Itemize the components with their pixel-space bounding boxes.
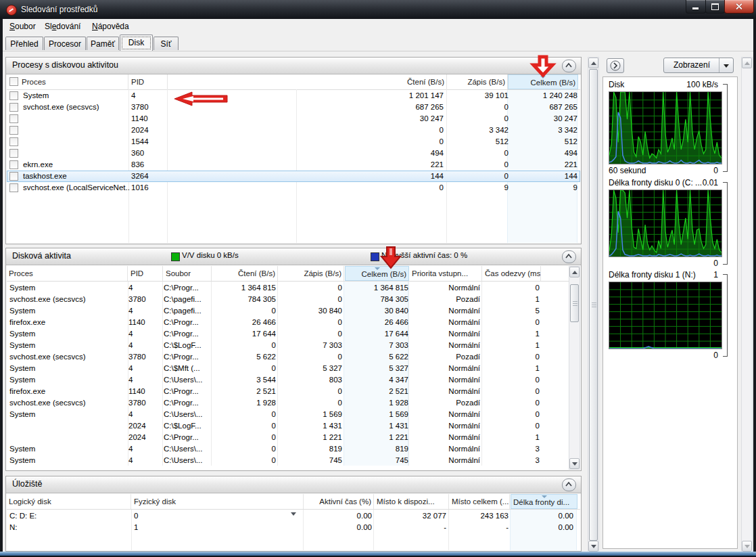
col-logicky-disk[interactable]: Logický disk xyxy=(7,494,131,509)
row-checkbox[interactable] xyxy=(9,172,18,181)
cell-logical-disk: C: D: E: xyxy=(9,510,131,522)
col-misto-k-dispozici[interactable]: Místo k dispozi... xyxy=(375,494,449,509)
col-fyzicky-disk[interactable]: Fyzický disk xyxy=(132,494,304,509)
collapse-button[interactable] xyxy=(562,250,576,263)
activity-row[interactable]: System4C:\$LogF...07 3037 303Normální1 xyxy=(7,340,568,351)
process-row[interactable]: svchost.exe (LocalServiceNet...1016099 xyxy=(7,182,580,194)
activity-row[interactable]: System4C:\Progr...1 364 81501 364 815Nor… xyxy=(7,282,568,294)
activity-row[interactable]: svchost.exe (secsvcs)3780C:\Progr...1 92… xyxy=(7,397,568,409)
row-checkbox[interactable] xyxy=(9,160,18,169)
process-row[interactable]: 3604940494 xyxy=(7,148,580,159)
scroll-down-button[interactable] xyxy=(742,541,752,552)
cell-process: firefox.exe xyxy=(9,386,126,397)
row-checkbox[interactable] xyxy=(9,149,18,158)
cell-write: 0 xyxy=(448,102,509,113)
storage-row[interactable]: N:10.00--0.00 xyxy=(7,522,580,533)
main-scrollbar[interactable] xyxy=(588,57,599,552)
title-bar[interactable]: Sledování prostředků xyxy=(0,0,756,19)
menu-napoveda[interactable]: Nápověda xyxy=(88,20,133,32)
minimize-button[interactable] xyxy=(686,0,706,14)
activity-row[interactable]: svchost.exe (secsvcs)3780C:\pagefi...784… xyxy=(7,294,568,305)
col-zapis[interactable]: Zápis (B/s) xyxy=(279,266,344,281)
col-pid[interactable]: PID xyxy=(128,266,163,281)
row-checkbox[interactable] xyxy=(9,114,18,123)
process-row[interactable]: 15440512512 xyxy=(7,136,580,148)
scroll-up-button[interactable] xyxy=(588,58,598,68)
storage-column-header: Logický disk Fyzický disk Aktivní čas (%… xyxy=(7,494,580,510)
row-checkbox[interactable] xyxy=(9,91,18,100)
activity-row[interactable]: System4C:\Users\...0819819Normální3 xyxy=(7,443,568,455)
row-checkbox[interactable] xyxy=(9,103,18,112)
views-button-label: Zobrazení xyxy=(664,58,719,72)
cell-total: 221 xyxy=(510,159,577,171)
row-checkbox[interactable] xyxy=(9,183,18,192)
process-row[interactable]: taskhost.exe32641440144 xyxy=(7,171,580,182)
activity-row[interactable]: System4C:\Users\...0745745Normální3 xyxy=(7,455,568,466)
col-zapis[interactable]: Zápis (B/s) xyxy=(448,74,508,89)
activity-row[interactable]: System4C:\pagefi...030 84030 840Normální… xyxy=(7,305,568,317)
cell-priority: Normální xyxy=(411,374,480,386)
activity-row[interactable]: System4C:\Progr...17 644017 644Normální1 xyxy=(7,328,568,340)
activity-row[interactable]: firefox.exe1140C:\Progr...2 52102 521Nor… xyxy=(7,386,568,397)
activity-row[interactable]: System4C:\$Mft (...05 3275 327Normální1 xyxy=(7,363,568,374)
cell-process: System xyxy=(9,363,126,374)
col-proces[interactable]: Proces xyxy=(7,74,128,89)
activity-row[interactable]: System4C:\Users\...3 5448034 347Normální… xyxy=(7,374,568,386)
process-row[interactable]: svchost.exe (secsvcs)3780687 2650687 265 xyxy=(7,102,580,113)
scroll-down-button[interactable] xyxy=(569,458,580,469)
views-dropdown-arrow[interactable] xyxy=(719,58,733,72)
cell-read: 221 xyxy=(298,159,444,171)
tab-prehled[interactable]: Přehled xyxy=(5,37,43,50)
col-pid[interactable]: PID xyxy=(129,74,168,89)
activity-row[interactable]: 2024C:\$LogF...01 4311 431Normální0 xyxy=(7,420,568,432)
col-proces[interactable]: Proces xyxy=(7,266,128,281)
right-scrollbar[interactable] xyxy=(741,57,753,552)
row-checkbox[interactable] xyxy=(9,126,18,135)
scrollbar-thumb[interactable] xyxy=(589,69,598,541)
scrollbar-thumb[interactable] xyxy=(570,284,579,322)
collapse-button[interactable] xyxy=(562,60,576,72)
maximize-button[interactable] xyxy=(705,0,725,14)
scroll-up-icon xyxy=(591,62,596,65)
cell-total: 5 622 xyxy=(345,351,408,363)
col-priorita[interactable]: Priorita vstupn... xyxy=(410,266,482,281)
expand-panel-button[interactable] xyxy=(607,58,624,73)
col-delka-fronty-sorted[interactable]: Délka fronty di... xyxy=(511,494,577,509)
tab-sit[interactable]: Síť xyxy=(153,37,179,50)
cell-read: 1 364 815 xyxy=(212,282,276,294)
process-row[interactable]: System41 201 14739 1011 240 248 xyxy=(7,90,580,102)
processes-rows: System41 201 14739 1011 240 248svchost.e… xyxy=(7,90,580,194)
scroll-down-icon[interactable] xyxy=(291,512,296,516)
cell-read: 30 247 xyxy=(298,113,444,125)
activity-row[interactable]: System4C:\Users\...01 5691 569Normální0 xyxy=(7,409,568,420)
col-cteni[interactable]: Čtení (B/s) xyxy=(298,74,447,89)
scroll-up-button[interactable] xyxy=(569,267,580,277)
col-soubor[interactable]: Soubor xyxy=(164,266,212,281)
col-misto-celkem[interactable]: Místo celkem (... xyxy=(450,494,510,509)
activity-row[interactable]: svchost.exe (secsvcs)3780C:\Progr...5 62… xyxy=(7,351,568,363)
menu-sledovani[interactable]: Sledování xyxy=(41,20,85,32)
scroll-down-button[interactable] xyxy=(588,541,598,552)
activity-row[interactable]: firefox.exe1140C:\Progr...26 466026 466N… xyxy=(7,317,568,328)
activity-scrollbar[interactable] xyxy=(569,266,580,470)
views-button[interactable]: Zobrazení xyxy=(663,58,734,73)
col-aktivni-cas[interactable]: Aktivní čas (%) xyxy=(304,494,374,509)
scroll-up-button[interactable] xyxy=(742,58,752,68)
row-checkbox[interactable] xyxy=(9,137,18,146)
cell-priority: Normální xyxy=(411,282,480,294)
cell-pid: 4 xyxy=(128,443,161,455)
process-row[interactable]: 202403 3423 342 xyxy=(7,125,580,136)
col-cteni[interactable]: Čtení (B/s) xyxy=(212,266,278,281)
col-cas-odezvy[interactable]: Čas odezvy (ms) xyxy=(483,266,541,281)
collapse-button[interactable] xyxy=(562,478,576,491)
header-checkbox[interactable] xyxy=(9,77,18,86)
cell-total: 494 xyxy=(510,148,577,159)
activity-row[interactable]: 2024C:\Progr...01 2211 221Normální1 xyxy=(7,432,568,443)
process-row[interactable]: ekrn.exe8362210221 xyxy=(7,159,580,171)
close-button[interactable] xyxy=(724,0,754,14)
process-row[interactable]: 114030 247030 247 xyxy=(7,113,580,125)
tab-procesor[interactable]: Procesor xyxy=(44,37,86,50)
tab-disk[interactable]: Disk xyxy=(120,35,153,51)
menu-soubor[interactable]: Soubor xyxy=(5,20,40,32)
tab-pamet[interactable]: Paměť xyxy=(87,37,119,50)
